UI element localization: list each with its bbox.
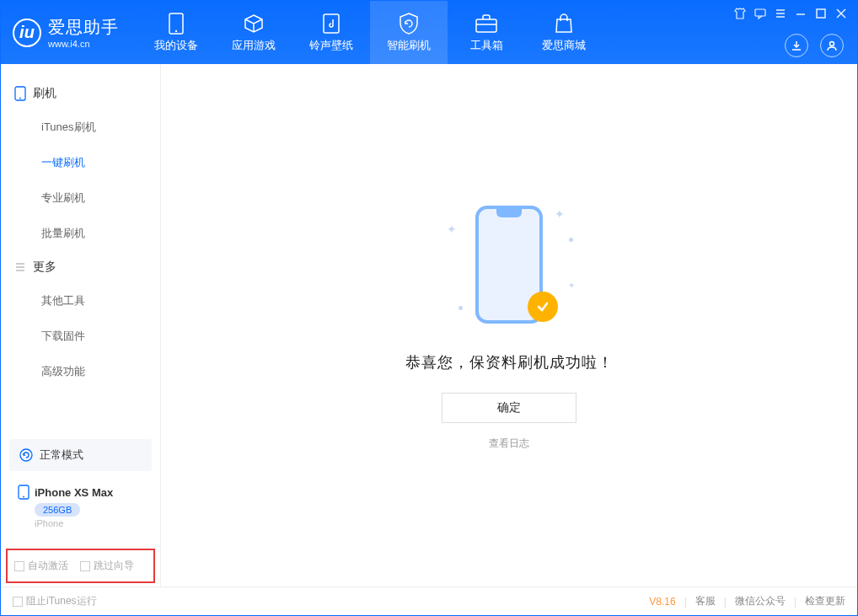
tab-label: 应用游戏 [232, 38, 276, 53]
sidebar-group-more: 更多 [1, 251, 160, 283]
footer-right: V8.16 | 客服 | 微信公众号 | 检查更新 [649, 594, 845, 608]
dot-icon [458, 306, 463, 310]
svg-point-21 [23, 496, 24, 498]
refresh-icon [19, 448, 33, 462]
footer: 阻止iTunes运行 V8.16 | 客服 | 微信公众号 | 检查更新 [1, 587, 857, 615]
success-illustration: ✦ ✦ ✦ [442, 201, 576, 335]
sparkle-icon: ✦ [568, 281, 575, 290]
view-log-link[interactable]: 查看日志 [489, 437, 529, 451]
brand-name: 爱思助手 [48, 16, 119, 39]
device-icon [14, 86, 26, 101]
app-window: iu 爱思助手 www.i4.cn 我的设备 应用游戏 [0, 0, 858, 616]
phone-icon [169, 13, 184, 35]
tab-label: 铃声壁纸 [309, 38, 353, 53]
sidebar-item-other-tools[interactable]: 其他工具 [1, 283, 160, 319]
logo-icon: iu [13, 19, 41, 47]
tab-my-device[interactable]: 我的设备 [137, 1, 215, 64]
ok-button[interactable]: 确定 [442, 393, 576, 423]
flash-options-highlighted: 自动激活 跳过向导 [6, 549, 155, 583]
bag-icon [555, 13, 573, 35]
version-label: V8.16 [649, 596, 675, 608]
separator: | [724, 596, 727, 608]
briefcase-icon [475, 13, 497, 35]
tab-label: 我的设备 [154, 38, 198, 53]
svg-rect-3 [476, 19, 496, 32]
separator: | [794, 596, 796, 608]
checkbox-icon [14, 561, 24, 571]
logo-text: 爱思助手 www.i4.cn [48, 16, 119, 49]
main-content: ✦ ✦ ✦ 恭喜您，保资料刷机成功啦！ 确定 查看日志 [161, 64, 857, 587]
check-update-link[interactable]: 检查更新 [805, 594, 845, 608]
checkbox-label: 跳过向导 [94, 559, 134, 573]
sidebar-scroll: 刷机 iTunes刷机 一键刷机 专业刷机 批量刷机 更多 其他工具 下载固件 … [1, 64, 160, 434]
tab-label: 工具箱 [470, 38, 503, 53]
checkbox-icon [13, 597, 23, 607]
sidebar-group-flash: 刷机 [1, 78, 160, 110]
phone-notch [496, 209, 522, 217]
svg-point-19 [20, 449, 32, 461]
tab-apps-games[interactable]: 应用游戏 [215, 1, 292, 64]
window-controls [732, 6, 849, 21]
music-file-icon [323, 13, 340, 35]
tab-label: 爱思商城 [542, 38, 586, 53]
user-button[interactable] [820, 34, 844, 57]
maximize-button[interactable] [813, 6, 829, 21]
logo: iu 爱思助手 www.i4.cn [1, 16, 131, 49]
top-tabs: 我的设备 应用游戏 铃声壁纸 智能刷机 [137, 1, 603, 64]
header-actions [785, 34, 844, 57]
sparkle-icon: ✦ [555, 207, 565, 221]
checkbox-label: 阻止iTunes运行 [26, 594, 97, 608]
shirt-icon[interactable] [732, 6, 748, 21]
sidebar-item-batch-flash[interactable]: 批量刷机 [1, 216, 160, 251]
group-title: 更多 [33, 260, 56, 275]
svg-rect-10 [817, 9, 825, 18]
separator: | [684, 596, 687, 608]
device-mode-status[interactable]: 正常模式 [9, 439, 152, 471]
sparkle-icon: ✦ [447, 222, 457, 236]
checkbox-label: 自动激活 [28, 559, 68, 573]
sidebar-item-pro-flash[interactable]: 专业刷机 [1, 180, 160, 216]
group-title: 刷机 [33, 86, 56, 101]
success-check-icon [528, 292, 558, 322]
wechat-link[interactable]: 微信公众号 [735, 594, 786, 608]
brand-url: www.i4.cn [48, 39, 119, 49]
dot-icon [569, 238, 573, 242]
support-link[interactable]: 客服 [695, 594, 716, 608]
device-info[interactable]: iPhone XS Max 256GB iPhone [9, 476, 152, 537]
sidebar-item-one-click-flash[interactable]: 一键刷机 [1, 145, 160, 180]
tab-toolbox[interactable]: 工具箱 [448, 1, 525, 64]
close-button[interactable] [834, 6, 849, 21]
checkbox-icon [80, 561, 90, 571]
svg-point-1 [175, 29, 177, 31]
sidebar-item-itunes-flash[interactable]: iTunes刷机 [1, 110, 160, 145]
svg-point-13 [830, 42, 834, 46]
feedback-icon[interactable] [753, 6, 768, 21]
checkbox-skip-guide[interactable]: 跳过向导 [80, 559, 134, 573]
minimize-button[interactable] [793, 6, 808, 21]
svg-point-15 [19, 98, 21, 99]
tab-store[interactable]: 爱思商城 [525, 1, 603, 64]
svg-rect-5 [755, 9, 765, 16]
body: 刷机 iTunes刷机 一键刷机 专业刷机 批量刷机 更多 其他工具 下载固件 … [1, 64, 857, 587]
tab-ring-wall[interactable]: 铃声壁纸 [292, 1, 370, 64]
checkbox-block-itunes[interactable]: 阻止iTunes运行 [13, 594, 97, 608]
tab-smart-flash[interactable]: 智能刷机 [370, 1, 448, 64]
sidebar-item-advanced[interactable]: 高级功能 [1, 354, 160, 389]
device-name: iPhone XS Max [35, 486, 113, 499]
header: iu 爱思助手 www.i4.cn 我的设备 应用游戏 [1, 1, 857, 64]
cube-icon [244, 13, 264, 35]
success-message: 恭喜您，保资料刷机成功啦！ [405, 352, 614, 372]
shield-refresh-icon [399, 13, 419, 35]
menu-icon[interactable] [773, 6, 788, 21]
sidebar: 刷机 iTunes刷机 一键刷机 专业刷机 批量刷机 更多 其他工具 下载固件 … [1, 64, 161, 587]
device-capacity-badge: 256GB [35, 503, 80, 517]
mode-label: 正常模式 [40, 447, 83, 463]
sidebar-item-download-firmware[interactable]: 下载固件 [1, 319, 160, 354]
tab-label: 智能刷机 [387, 38, 431, 53]
device-type: iPhone [35, 518, 143, 528]
list-icon [14, 261, 26, 273]
checkbox-auto-activate[interactable]: 自动激活 [14, 559, 68, 573]
download-button[interactable] [785, 34, 808, 57]
phone-small-icon [18, 485, 29, 500]
